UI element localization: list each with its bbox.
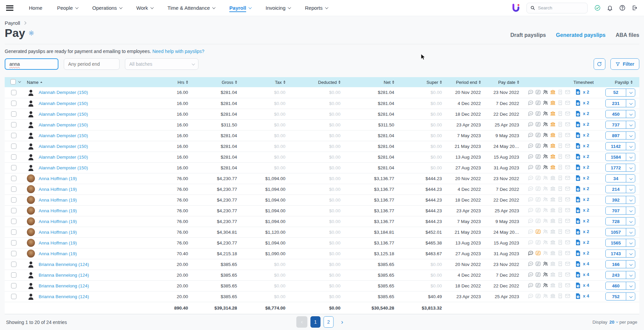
payslip-number[interactable]: 1142 (606, 143, 626, 150)
employee-name-link[interactable]: Brianna Bennelong (124) (39, 262, 89, 267)
people-icon[interactable] (543, 164, 548, 170)
transfer-icon[interactable] (535, 164, 541, 170)
comment-icon[interactable] (528, 100, 534, 106)
payslip-dropdown[interactable] (626, 228, 635, 236)
bank-icon[interactable] (550, 239, 556, 245)
comment-icon[interactable] (528, 250, 534, 256)
timesheet-link[interactable]: x 2 (576, 186, 589, 192)
receipt-icon[interactable] (557, 164, 563, 170)
receipt-icon[interactable] (557, 282, 563, 288)
receipt-icon[interactable] (557, 207, 563, 213)
timesheet-link[interactable]: x 2 (576, 100, 589, 106)
payslip-dropdown[interactable] (626, 271, 635, 279)
envelope-icon[interactable] (565, 197, 570, 202)
employee-name-link[interactable]: Anna Hoffman (19) (39, 198, 77, 203)
row-checkbox[interactable] (11, 240, 16, 245)
transfer-icon[interactable] (535, 207, 541, 213)
employee-name-link[interactable]: Anna Hoffman (19) (39, 219, 77, 224)
comment-icon[interactable] (528, 143, 534, 149)
comment-icon[interactable] (528, 293, 534, 299)
people-icon[interactable] (543, 250, 548, 256)
help-link[interactable]: Need help with payslips? (152, 49, 204, 54)
comment-icon[interactable] (528, 239, 534, 245)
row-checkbox[interactable] (11, 283, 16, 288)
people-icon[interactable] (543, 89, 548, 95)
envelope-icon[interactable] (565, 111, 570, 116)
payslip-number[interactable]: 231 (606, 100, 626, 107)
employee-name-link[interactable]: Brianna Bennelong (124) (39, 283, 89, 288)
envelope-icon[interactable] (565, 229, 570, 234)
payslip-button[interactable]: 52 (605, 89, 635, 97)
receipt-icon[interactable] (557, 229, 563, 234)
envelope-icon[interactable] (565, 89, 570, 95)
row-checkbox[interactable] (11, 154, 16, 160)
page-button-2[interactable]: 2 (324, 316, 334, 328)
payslip-button[interactable]: 243 (605, 271, 635, 279)
payslip-number[interactable]: 1565 (606, 239, 626, 246)
people-icon[interactable] (543, 229, 548, 234)
payslip-number[interactable]: 728 (606, 218, 626, 225)
people-icon[interactable] (543, 132, 548, 138)
payslip-button[interactable]: 392 (605, 196, 635, 204)
employee-name-link[interactable]: Anna Hoffman (19) (39, 176, 77, 181)
bank-icon[interactable] (550, 207, 556, 213)
timesheet-link[interactable]: x 2 (576, 89, 589, 95)
payslip-dropdown[interactable] (626, 207, 635, 214)
receipt-icon[interactable] (557, 197, 563, 202)
payslip-button[interactable]: 450 (605, 110, 635, 118)
search-input[interactable] (538, 5, 578, 10)
people-icon[interactable] (543, 154, 548, 159)
comment-icon[interactable] (528, 186, 534, 191)
nav-item-time-attendance[interactable]: Time & Attendance (168, 5, 215, 11)
payslip-number[interactable]: 214 (606, 185, 626, 193)
nav-item-home[interactable]: Home (29, 5, 42, 11)
receipt-icon[interactable] (557, 218, 563, 224)
envelope-icon[interactable] (565, 272, 570, 277)
bank-icon[interactable] (550, 164, 556, 170)
transfer-icon[interactable] (535, 154, 541, 159)
employee-name-link[interactable]: Alannah Dempster (150) (39, 122, 88, 127)
people-icon[interactable] (543, 261, 548, 267)
payslip-number[interactable]: 737 (606, 121, 626, 128)
payslip-number[interactable]: 1584 (606, 153, 626, 161)
envelope-icon[interactable] (565, 154, 570, 159)
receipt-icon[interactable] (557, 250, 563, 256)
payslip-button[interactable]: 231 (605, 99, 635, 107)
transfer-icon[interactable] (535, 143, 541, 149)
row-checkbox[interactable] (11, 122, 16, 127)
payslip-number[interactable]: 166 (606, 261, 626, 268)
bank-icon[interactable] (550, 282, 556, 288)
bank-icon[interactable] (550, 175, 556, 181)
employee-name-link[interactable]: Brianna Bennelong (124) (39, 294, 89, 299)
comment-icon[interactable] (528, 272, 534, 277)
status-check-icon[interactable] (594, 5, 601, 11)
comment-icon[interactable] (528, 89, 534, 95)
payslip-number[interactable]: 460 (606, 282, 626, 289)
transfer-icon[interactable] (535, 111, 541, 116)
logout-icon[interactable] (632, 5, 638, 11)
row-checkbox[interactable] (11, 144, 16, 149)
transfer-icon[interactable] (535, 293, 541, 299)
bank-icon[interactable] (550, 250, 556, 256)
transfer-icon[interactable] (535, 218, 541, 224)
timesheet-link[interactable]: x 4 (576, 272, 589, 278)
timesheet-link[interactable]: x 2 (576, 239, 589, 245)
bank-icon[interactable] (550, 121, 556, 127)
receipt-icon[interactable] (557, 186, 563, 191)
batches-select[interactable]: All batches (125, 58, 198, 70)
bank-icon[interactable] (550, 197, 556, 202)
row-checkbox[interactable] (11, 197, 16, 203)
comment-icon[interactable] (528, 229, 534, 234)
row-checkbox[interactable] (11, 90, 16, 95)
people-icon[interactable] (543, 100, 548, 106)
payslip-number[interactable]: 52 (606, 89, 626, 96)
transfer-icon[interactable] (535, 89, 541, 95)
bank-icon[interactable] (550, 132, 556, 138)
people-icon[interactable] (543, 218, 548, 224)
payslip-button[interactable]: 728 (605, 217, 635, 225)
payslip-button[interactable]: 1584 (605, 153, 635, 161)
next-page-button[interactable]: › (337, 316, 348, 328)
envelope-icon[interactable] (565, 239, 570, 245)
receipt-icon[interactable] (557, 272, 563, 277)
select-all-checkbox[interactable] (10, 79, 16, 85)
